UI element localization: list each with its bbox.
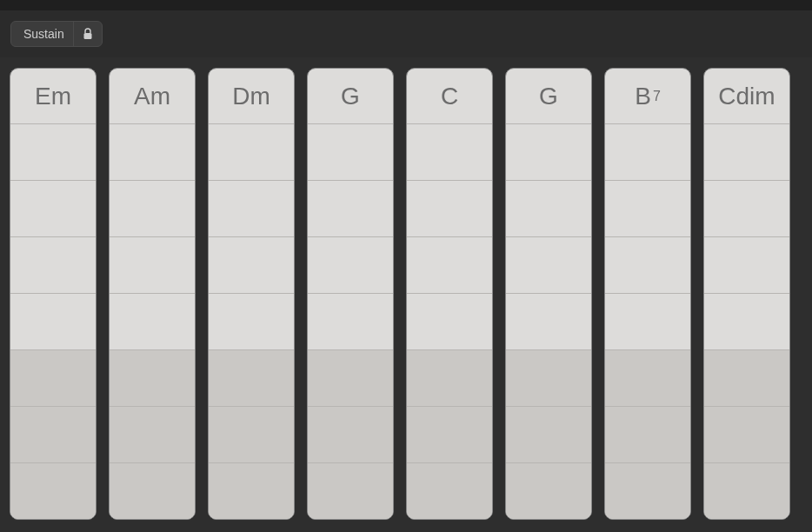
bass-string-row[interactable]	[704, 350, 789, 407]
string-row[interactable]	[506, 181, 591, 237]
string-row[interactable]	[10, 294, 96, 350]
bass-string-row[interactable]	[506, 463, 591, 519]
string-row[interactable]	[308, 294, 393, 350]
chord-root: B	[635, 83, 651, 110]
string-row[interactable]	[110, 237, 195, 294]
chord-root: G	[341, 83, 360, 110]
chord-strip[interactable]: G	[505, 68, 592, 520]
bass-string-row[interactable]	[110, 407, 195, 463]
string-row[interactable]	[506, 237, 591, 294]
chord-root: Em	[35, 83, 71, 110]
chord-root: Dm	[232, 83, 270, 110]
bass-string-row[interactable]	[407, 350, 492, 407]
bass-string-row[interactable]	[10, 407, 96, 463]
string-row[interactable]	[209, 237, 294, 294]
string-row[interactable]	[110, 124, 195, 181]
bass-string-row[interactable]	[10, 463, 96, 519]
chord-root: Cdim	[718, 83, 775, 110]
chord-label: G	[308, 69, 393, 124]
bass-string-row[interactable]	[10, 350, 96, 407]
chord-strip[interactable]: Am	[109, 68, 196, 520]
bass-string-row[interactable]	[407, 407, 492, 463]
chord-label: Dm	[209, 69, 294, 124]
string-row[interactable]	[704, 181, 789, 237]
chord-label: Em	[10, 69, 96, 124]
chord-extension: 7	[653, 89, 661, 104]
bass-string-row[interactable]	[209, 407, 294, 463]
string-row[interactable]	[605, 181, 690, 237]
chord-strip[interactable]: C	[406, 68, 493, 520]
chord-strip[interactable]: Cdim	[703, 68, 790, 520]
svg-rect-0	[83, 33, 91, 39]
bass-string-row[interactable]	[506, 407, 591, 463]
bass-string-row[interactable]	[308, 463, 393, 519]
string-row[interactable]	[407, 294, 492, 350]
string-row[interactable]	[704, 124, 789, 181]
string-row[interactable]	[506, 124, 591, 181]
bass-string-row[interactable]	[704, 407, 789, 463]
chord-root: C	[441, 83, 458, 110]
sustain-divider	[73, 22, 74, 46]
string-row[interactable]	[605, 294, 690, 350]
bass-string-row[interactable]	[209, 350, 294, 407]
bass-string-row[interactable]	[308, 407, 393, 463]
window-titlebar	[0, 0, 812, 10]
chord-root: G	[539, 83, 558, 110]
string-row[interactable]	[407, 181, 492, 237]
bass-string-row[interactable]	[308, 350, 393, 407]
bass-string-row[interactable]	[110, 463, 195, 519]
string-row[interactable]	[605, 237, 690, 294]
chord-label: B7	[605, 69, 690, 124]
string-row[interactable]	[209, 294, 294, 350]
bass-string-row[interactable]	[605, 350, 690, 407]
chord-label: Cdim	[704, 69, 789, 124]
string-row[interactable]	[10, 124, 96, 181]
chord-strip[interactable]: Em	[10, 68, 97, 520]
string-row[interactable]	[110, 181, 195, 237]
string-row[interactable]	[10, 181, 96, 237]
string-row[interactable]	[704, 294, 789, 350]
bass-string-row[interactable]	[605, 407, 690, 463]
chord-root: Am	[134, 83, 170, 110]
chord-label: C	[407, 69, 492, 124]
chord-stage: EmAmDmGCGB7Cdim	[0, 57, 812, 532]
chord-strip[interactable]: Dm	[208, 68, 295, 520]
chord-strip[interactable]: G	[307, 68, 394, 520]
bass-string-row[interactable]	[209, 463, 294, 519]
sustain-label: Sustain	[23, 27, 64, 41]
string-row[interactable]	[506, 294, 591, 350]
sustain-button[interactable]: Sustain	[10, 21, 103, 47]
string-row[interactable]	[407, 237, 492, 294]
string-row[interactable]	[10, 237, 96, 294]
bass-string-row[interactable]	[110, 350, 195, 407]
string-row[interactable]	[308, 124, 393, 181]
string-row[interactable]	[605, 124, 690, 181]
string-row[interactable]	[308, 181, 393, 237]
string-row[interactable]	[110, 294, 195, 350]
bass-string-row[interactable]	[704, 463, 789, 519]
bass-string-row[interactable]	[506, 350, 591, 407]
string-row[interactable]	[407, 124, 492, 181]
string-row[interactable]	[308, 237, 393, 294]
lock-icon	[83, 28, 93, 40]
string-row[interactable]	[209, 124, 294, 181]
bass-string-row[interactable]	[407, 463, 492, 519]
toolbar: Sustain	[0, 10, 812, 57]
string-row[interactable]	[209, 181, 294, 237]
chord-label: G	[506, 69, 591, 124]
string-row[interactable]	[704, 237, 789, 294]
chord-label: Am	[110, 69, 195, 124]
chord-strip[interactable]: B7	[604, 68, 691, 520]
bass-string-row[interactable]	[605, 463, 690, 519]
